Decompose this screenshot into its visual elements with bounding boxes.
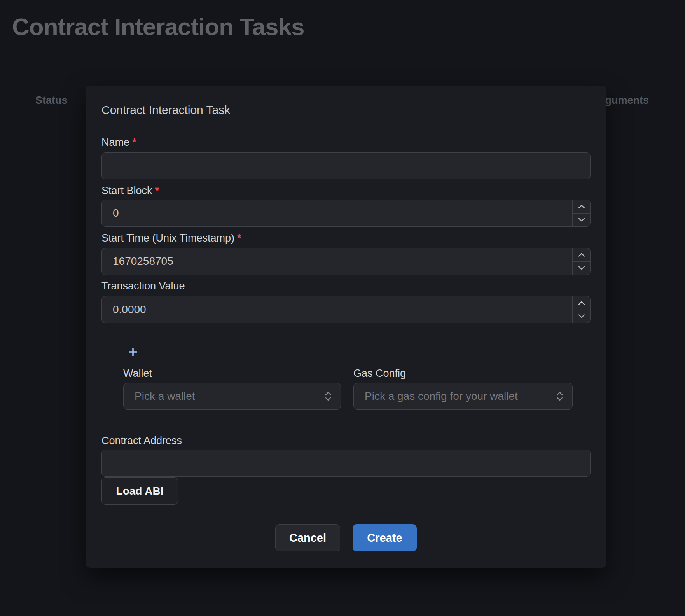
wallet-label-text: Wallet: [123, 368, 152, 379]
chevron-up-icon: [578, 252, 585, 257]
plus-icon: [128, 347, 138, 357]
transaction-value-increment-button[interactable]: [573, 296, 590, 310]
transaction-value-label: Transaction Value: [101, 280, 185, 292]
contract-address-label-text: Contract Address: [101, 435, 182, 446]
chevron-down-icon: [578, 314, 585, 318]
transaction-value-label-text: Transaction Value: [101, 280, 185, 292]
cancel-button[interactable]: Cancel: [275, 524, 340, 551]
add-wallet-row-button[interactable]: [124, 343, 142, 361]
start-time-decrement-button[interactable]: [573, 261, 590, 275]
transaction-value-field: [101, 296, 591, 323]
gas-config-label-text: Gas Config: [353, 368, 406, 379]
contract-interaction-task-modal: Contract Interaction Task Name* Start Bl…: [86, 86, 606, 568]
chevrons-up-down-icon: [556, 391, 564, 402]
contract-address-input[interactable]: [101, 450, 591, 477]
name-label: Name*: [101, 136, 136, 149]
start-block-label-text: Start Block: [101, 185, 152, 196]
start-time-spinner: [572, 248, 590, 275]
start-time-input[interactable]: [102, 248, 572, 275]
start-time-increment-button[interactable]: [573, 248, 590, 261]
wallet-select[interactable]: Pick a wallet: [123, 383, 341, 410]
chevrons-up-down-icon: [324, 391, 332, 402]
start-block-spinner: [572, 200, 590, 226]
start-time-field: [101, 248, 591, 275]
name-label-text: Name: [101, 136, 129, 148]
transaction-value-input[interactable]: [102, 296, 572, 323]
gas-config-label: Gas Config: [353, 368, 406, 380]
name-required-asterisk: *: [132, 136, 136, 148]
start-block-field: [101, 200, 591, 227]
chevron-up-icon: [578, 301, 585, 305]
start-block-decrement-button[interactable]: [573, 213, 590, 227]
column-header-status: Status: [35, 94, 68, 107]
transaction-value-spinner: [572, 296, 590, 323]
name-input[interactable]: [101, 152, 591, 179]
start-time-label: Start Time (Unix Timestamp)*: [101, 232, 241, 244]
transaction-value-decrement-button[interactable]: [573, 310, 590, 323]
screen: Contract Interaction Tasks Status Argume…: [0, 0, 685, 616]
chevron-down-icon: [578, 217, 585, 222]
start-block-label: Start Block*: [101, 185, 159, 197]
page-title: Contract Interaction Tasks: [12, 13, 304, 40]
gas-config-select-placeholder: Pick a gas config for your wallet: [365, 390, 518, 402]
wallet-label: Wallet: [123, 368, 152, 380]
load-abi-button[interactable]: Load ABI: [101, 477, 178, 505]
chevron-up-icon: [578, 204, 585, 209]
start-time-required-asterisk: *: [237, 232, 241, 244]
start-block-required-asterisk: *: [155, 185, 159, 196]
modal-title: Contract Interaction Task: [101, 103, 230, 117]
chevron-down-icon: [578, 266, 585, 270]
wallet-select-placeholder: Pick a wallet: [135, 390, 195, 402]
start-time-label-text: Start Time (Unix Timestamp): [101, 232, 234, 244]
start-block-increment-button[interactable]: [573, 200, 590, 213]
create-button[interactable]: Create: [353, 524, 417, 551]
contract-address-label: Contract Address: [101, 435, 182, 447]
gas-config-select[interactable]: Pick a gas config for your wallet: [353, 383, 573, 410]
start-block-input[interactable]: [102, 200, 572, 226]
